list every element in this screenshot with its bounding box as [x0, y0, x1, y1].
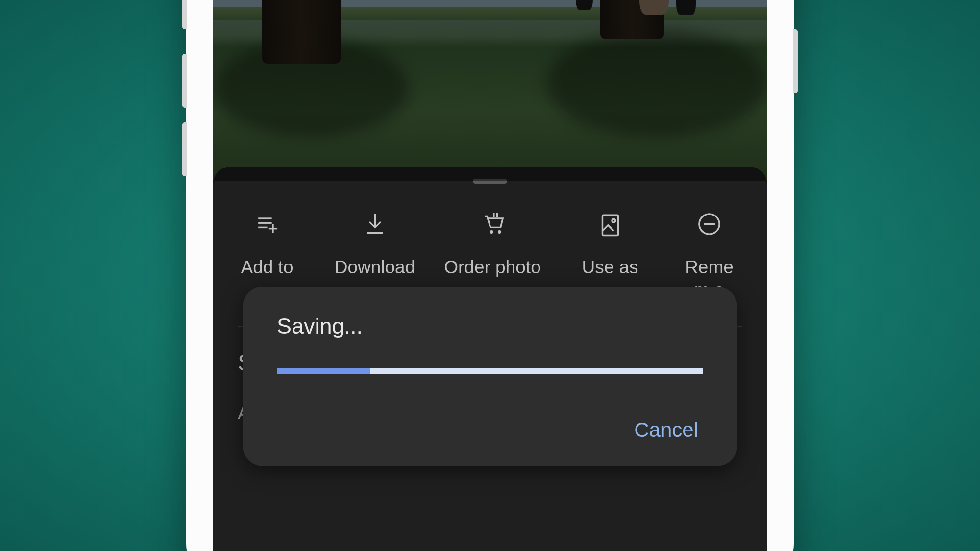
svg-rect-11 [602, 215, 618, 235]
dialog-title: Saving... [277, 313, 703, 339]
saving-dialog: Saving... Cancel [243, 287, 737, 466]
progress-bar [277, 368, 703, 374]
volume-down-button [182, 122, 187, 176]
remove-circle-icon [696, 211, 723, 238]
shopping-cart-icon [479, 211, 506, 238]
action-label: Use as [582, 256, 638, 279]
cancel-button[interactable]: Cancel [629, 418, 703, 442]
phone-screen: Add to Download [213, 0, 767, 551]
progress-bar-fill [277, 368, 370, 374]
action-label: Download [335, 256, 416, 279]
action-label: Order photo [444, 256, 540, 279]
playlist-add-icon [254, 211, 281, 238]
phone-frame: Add to Download [186, 0, 794, 551]
svg-point-7 [490, 230, 493, 234]
action-label: Add to [241, 256, 294, 279]
svg-point-8 [497, 230, 501, 234]
photo-preview [213, 0, 767, 181]
photo-scrim [213, 0, 767, 181]
wallpaper-icon [597, 211, 624, 238]
svg-point-12 [612, 219, 615, 222]
actions-row: Add to Download [213, 184, 767, 302]
download-icon [362, 211, 389, 238]
volume-up-button [182, 54, 187, 108]
